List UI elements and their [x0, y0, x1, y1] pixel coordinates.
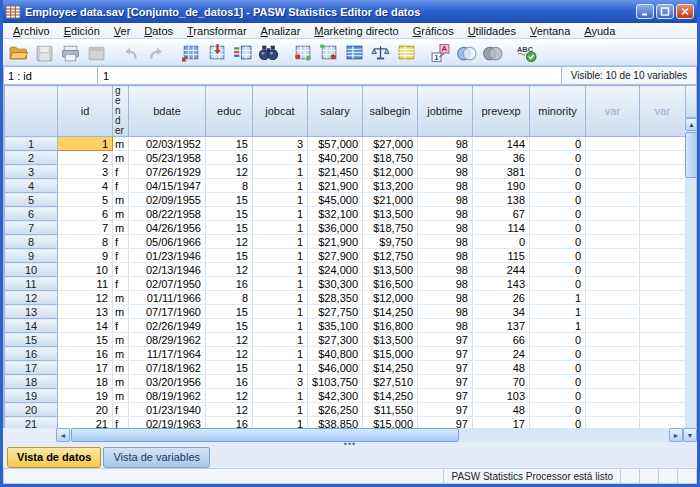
cell-id[interactable]: 6 [58, 207, 113, 221]
cell-bdate[interactable]: 05/23/1958 [129, 151, 206, 165]
cell-jobtime[interactable]: 97 [418, 347, 473, 361]
cell-salary[interactable]: $28,350 [308, 291, 363, 305]
cell-bdate[interactable]: 08/19/1962 [129, 389, 206, 403]
column-header-salary[interactable]: salary [308, 86, 363, 137]
cell-prevexp[interactable]: 143 [473, 277, 530, 291]
row-header-4[interactable]: 4 [5, 179, 58, 193]
cell-id[interactable]: 14 [58, 319, 113, 333]
cell-id[interactable]: 2 [58, 151, 113, 165]
cell-prevexp[interactable]: 381 [473, 165, 530, 179]
cell-salbegin[interactable]: $12,000 [363, 291, 418, 305]
scroll-up-button[interactable]: ▲ [685, 118, 697, 131]
goto-chart-icon[interactable] [179, 42, 202, 63]
cell-bdate[interactable]: 04/15/1947 [129, 179, 206, 193]
cell-salbegin[interactable]: $12,000 [363, 165, 418, 179]
cell-prevexp[interactable]: 115 [473, 249, 530, 263]
cell-jobcat[interactable]: 1 [253, 403, 308, 417]
cell-salbegin[interactable]: $27,510 [363, 375, 418, 389]
cell-bdate[interactable]: 03/20/1956 [129, 375, 206, 389]
cell-salary[interactable]: $35,100 [308, 319, 363, 333]
cell-bdate[interactable]: 02/09/1955 [129, 193, 206, 207]
cell-var1[interactable] [586, 333, 640, 347]
cell-bdate[interactable]: 02/13/1946 [129, 263, 206, 277]
cell-salary[interactable]: $27,900 [308, 249, 363, 263]
cell-jobcat[interactable]: 1 [253, 347, 308, 361]
cell-var2[interactable] [640, 389, 686, 403]
cell-gender[interactable]: m [113, 361, 129, 375]
cell-educ[interactable]: 12 [206, 347, 253, 361]
cell-salary[interactable]: $21,450 [308, 165, 363, 179]
goto-variable-icon[interactable] [231, 42, 254, 63]
cell-salbegin[interactable]: $16,800 [363, 319, 418, 333]
column-header-salbegin[interactable]: salbegin [363, 86, 418, 137]
print-icon[interactable] [59, 42, 82, 63]
cell-salary[interactable]: $36,000 [308, 221, 363, 235]
cell-bdate[interactable]: 05/06/1966 [129, 235, 206, 249]
cell-educ[interactable]: 15 [206, 361, 253, 375]
cell-minority[interactable]: 0 [530, 361, 586, 375]
value-labels-icon[interactable]: A1 [429, 42, 452, 63]
cell-id[interactable]: 7 [58, 221, 113, 235]
cell-var1[interactable] [586, 389, 640, 403]
cell-gender[interactable]: m [113, 389, 129, 403]
hscroll-thumb[interactable] [71, 428, 459, 442]
cell-bdate[interactable]: 01/11/1966 [129, 291, 206, 305]
row-header-6[interactable]: 6 [5, 207, 58, 221]
cell-var1[interactable] [586, 403, 640, 417]
row-header-20[interactable]: 20 [5, 403, 58, 417]
cell-educ[interactable]: 15 [206, 305, 253, 319]
row-header-11[interactable]: 11 [5, 277, 58, 291]
cell-id[interactable]: 11 [58, 277, 113, 291]
cell-salbegin[interactable]: $13,200 [363, 179, 418, 193]
cell-jobtime[interactable]: 98 [418, 263, 473, 277]
cell-jobcat[interactable]: 1 [253, 249, 308, 263]
cell-jobtime[interactable]: 97 [418, 361, 473, 375]
cell-prevexp[interactable]: 137 [473, 319, 530, 333]
cell-jobcat[interactable]: 3 [253, 375, 308, 389]
vscroll-thumb[interactable] [685, 132, 697, 178]
cell-bdate[interactable]: 04/26/1956 [129, 221, 206, 235]
cell-prevexp[interactable]: 114 [473, 221, 530, 235]
cell-prevexp[interactable]: 17 [473, 417, 530, 429]
scroll-right-button[interactable]: ► [669, 428, 683, 442]
cell-educ[interactable]: 16 [206, 417, 253, 429]
cell-salary[interactable]: $40,200 [308, 151, 363, 165]
cell-salbegin[interactable]: $14,250 [363, 305, 418, 319]
cell-jobcat[interactable]: 1 [253, 305, 308, 319]
row-header-18[interactable]: 18 [5, 375, 58, 389]
cell-var2[interactable] [640, 179, 686, 193]
cell-educ[interactable]: 12 [206, 235, 253, 249]
cell-salbegin[interactable]: $18,750 [363, 221, 418, 235]
column-header-id[interactable]: id [58, 86, 113, 137]
data-grid[interactable]: idgenderbdateeducjobcatsalarysalbeginjob… [4, 85, 685, 428]
cell-var2[interactable] [640, 291, 686, 305]
menu-analizar[interactable]: Analizar [254, 25, 308, 37]
use-variable-sets-icon[interactable] [455, 42, 478, 63]
cell-jobtime[interactable]: 98 [418, 235, 473, 249]
cell-var2[interactable] [640, 277, 686, 291]
cell-var2[interactable] [640, 249, 686, 263]
undo-icon[interactable] [119, 42, 142, 63]
cell-prevexp[interactable]: 244 [473, 263, 530, 277]
select-cases-icon[interactable] [395, 42, 418, 63]
cell-educ[interactable]: 16 [206, 151, 253, 165]
menu-gr-ficos[interactable]: Gráficos [406, 25, 461, 37]
cell-salary[interactable]: $30,300 [308, 277, 363, 291]
cell-var1[interactable] [586, 221, 640, 235]
cell-educ[interactable]: 16 [206, 277, 253, 291]
cell-prevexp[interactable]: 24 [473, 347, 530, 361]
cell-minority[interactable]: 0 [530, 193, 586, 207]
cell-jobcat[interactable]: 1 [253, 417, 308, 429]
cell-minority[interactable]: 0 [530, 235, 586, 249]
cell-gender[interactable]: m [113, 347, 129, 361]
cell-id[interactable]: 21 [58, 417, 113, 429]
cell-prevexp[interactable]: 70 [473, 375, 530, 389]
cell-salbegin[interactable]: $13,500 [363, 333, 418, 347]
cell-educ[interactable]: 15 [206, 137, 253, 151]
row-header-16[interactable]: 16 [5, 347, 58, 361]
row-header-19[interactable]: 19 [5, 389, 58, 403]
cell-bdate[interactable]: 01/23/1940 [129, 403, 206, 417]
cell-salbegin[interactable]: $9,750 [363, 235, 418, 249]
cell-salary[interactable]: $38,850 [308, 417, 363, 429]
cell-bdate[interactable]: 07/17/1960 [129, 305, 206, 319]
